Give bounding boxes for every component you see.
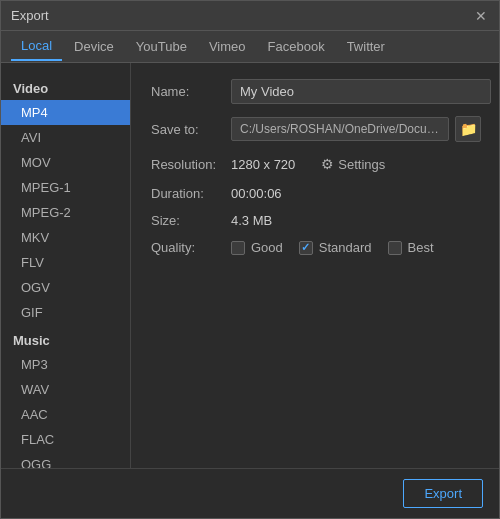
name-label: Name: bbox=[151, 84, 231, 99]
window-title: Export bbox=[11, 8, 49, 23]
export-window: Export ✕ Local Device YouTube Vimeo Face… bbox=[0, 0, 500, 519]
sidebar-item-flv[interactable]: FLV bbox=[1, 250, 130, 275]
tab-twitter[interactable]: Twitter bbox=[337, 33, 395, 60]
quality-good-checkbox[interactable] bbox=[231, 241, 245, 255]
sidebar-item-mpeg1[interactable]: MPEG-1 bbox=[1, 175, 130, 200]
quality-standard[interactable]: ✓ Standard bbox=[299, 240, 372, 255]
main-panel: Name: Save to: C:/Users/ROSHAN/OneDrive/… bbox=[131, 63, 499, 468]
duration-value: 00:00:06 bbox=[231, 186, 282, 201]
browse-folder-button[interactable]: 📁 bbox=[455, 116, 481, 142]
quality-standard-checkbox[interactable]: ✓ bbox=[299, 241, 313, 255]
resolution-value: 1280 x 720 bbox=[231, 157, 295, 172]
section-music-label: Music bbox=[1, 325, 130, 352]
name-input[interactable] bbox=[231, 79, 491, 104]
save-path-display: C:/Users/ROSHAN/OneDrive/Documents/i... bbox=[231, 117, 449, 141]
gear-icon: ⚙ bbox=[321, 156, 334, 172]
bottom-bar: Export bbox=[1, 468, 499, 518]
sidebar-item-wav[interactable]: WAV bbox=[1, 377, 130, 402]
size-row: Size: 4.3 MB bbox=[151, 213, 491, 228]
section-video-label: Video bbox=[1, 73, 130, 100]
quality-good-label: Good bbox=[251, 240, 283, 255]
resolution-label: Resolution: bbox=[151, 157, 231, 172]
quality-best-label: Best bbox=[408, 240, 434, 255]
sidebar-item-ogg[interactable]: OGG bbox=[1, 452, 130, 468]
size-label: Size: bbox=[151, 213, 231, 228]
settings-button[interactable]: ⚙ Settings bbox=[315, 154, 391, 174]
tab-facebook[interactable]: Facebook bbox=[258, 33, 335, 60]
tab-vimeo[interactable]: Vimeo bbox=[199, 33, 256, 60]
sidebar-item-mov[interactable]: MOV bbox=[1, 150, 130, 175]
sidebar-item-avi[interactable]: AVI bbox=[1, 125, 130, 150]
save-to-row: Save to: C:/Users/ROSHAN/OneDrive/Docume… bbox=[151, 116, 491, 142]
name-row: Name: bbox=[151, 79, 491, 104]
folder-icon: 📁 bbox=[460, 121, 477, 137]
export-button[interactable]: Export bbox=[403, 479, 483, 508]
tab-local[interactable]: Local bbox=[11, 32, 62, 61]
quality-standard-label: Standard bbox=[319, 240, 372, 255]
tab-bar: Local Device YouTube Vimeo Facebook Twit… bbox=[1, 31, 499, 63]
content-area: Video MP4 AVI MOV MPEG-1 MPEG-2 MKV FLV … bbox=[1, 63, 499, 468]
tab-youtube[interactable]: YouTube bbox=[126, 33, 197, 60]
quality-best[interactable]: Best bbox=[388, 240, 434, 255]
quality-good[interactable]: Good bbox=[231, 240, 283, 255]
sidebar: Video MP4 AVI MOV MPEG-1 MPEG-2 MKV FLV … bbox=[1, 63, 131, 468]
sidebar-item-gif[interactable]: GIF bbox=[1, 300, 130, 325]
checkmark-icon: ✓ bbox=[301, 241, 310, 254]
sidebar-item-flac[interactable]: FLAC bbox=[1, 427, 130, 452]
size-value: 4.3 MB bbox=[231, 213, 272, 228]
sidebar-item-ogv[interactable]: OGV bbox=[1, 275, 130, 300]
title-bar: Export ✕ bbox=[1, 1, 499, 31]
tab-device[interactable]: Device bbox=[64, 33, 124, 60]
close-button[interactable]: ✕ bbox=[473, 8, 489, 24]
save-to-controls: C:/Users/ROSHAN/OneDrive/Documents/i... … bbox=[231, 116, 481, 142]
settings-label: Settings bbox=[338, 157, 385, 172]
quality-options: Good ✓ Standard Best bbox=[231, 240, 434, 255]
sidebar-item-mp3[interactable]: MP3 bbox=[1, 352, 130, 377]
quality-label: Quality: bbox=[151, 240, 231, 255]
save-to-label: Save to: bbox=[151, 122, 231, 137]
sidebar-item-mp4[interactable]: MP4 bbox=[1, 100, 130, 125]
sidebar-item-mkv[interactable]: MKV bbox=[1, 225, 130, 250]
sidebar-item-aac[interactable]: AAC bbox=[1, 402, 130, 427]
resolution-controls: 1280 x 720 ⚙ Settings bbox=[231, 154, 391, 174]
duration-row: Duration: 00:00:06 bbox=[151, 186, 491, 201]
duration-label: Duration: bbox=[151, 186, 231, 201]
quality-best-checkbox[interactable] bbox=[388, 241, 402, 255]
sidebar-item-mpeg2[interactable]: MPEG-2 bbox=[1, 200, 130, 225]
resolution-row: Resolution: 1280 x 720 ⚙ Settings bbox=[151, 154, 491, 174]
quality-row: Quality: Good ✓ Standard Best bbox=[151, 240, 491, 255]
